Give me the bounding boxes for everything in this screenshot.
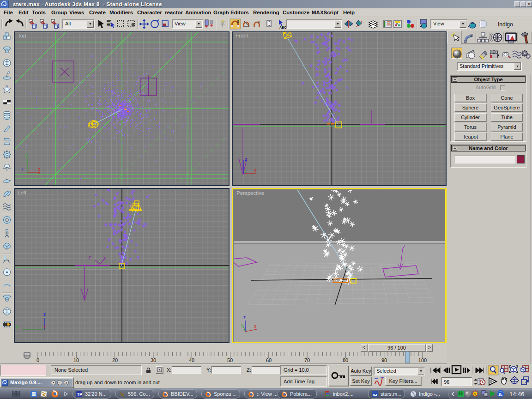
svg-text:14:46: 14:46 xyxy=(509,391,525,398)
svg-text:90: 90 xyxy=(381,357,387,363)
svg-text:20: 20 xyxy=(112,357,118,363)
svg-text:ABC: ABC xyxy=(279,26,286,29)
svg-text:x: x xyxy=(43,324,46,329)
svg-text:80: 80 xyxy=(343,357,348,363)
svg-text:z: z xyxy=(21,167,24,172)
svg-text:30: 30 xyxy=(151,357,156,363)
svg-text:10: 10 xyxy=(73,357,79,363)
svg-text:50: 50 xyxy=(227,357,233,363)
svg-text:z: z xyxy=(43,312,46,317)
svg-text:70: 70 xyxy=(304,357,310,363)
svg-text:%: % xyxy=(257,20,260,24)
svg-text:x: x xyxy=(254,168,256,173)
svg-text:100: 100 xyxy=(418,357,427,363)
svg-text:z: z xyxy=(243,315,246,320)
svg-text:40: 40 xyxy=(189,357,194,363)
svg-text:a: a xyxy=(499,391,502,397)
svg-text:y: y xyxy=(16,324,18,329)
svg-text:x: x xyxy=(38,167,40,172)
svg-text:x: x xyxy=(254,324,256,329)
svg-text:y: y xyxy=(25,153,28,158)
svg-text:0: 0 xyxy=(36,357,39,363)
svg-text:y: y xyxy=(244,169,247,173)
svg-text:3: 3 xyxy=(237,19,239,24)
svg-text:z: z xyxy=(245,157,247,162)
svg-text:60: 60 xyxy=(266,357,272,363)
svg-text:TP: TP xyxy=(77,392,83,397)
svg-text:y: y xyxy=(241,323,243,327)
